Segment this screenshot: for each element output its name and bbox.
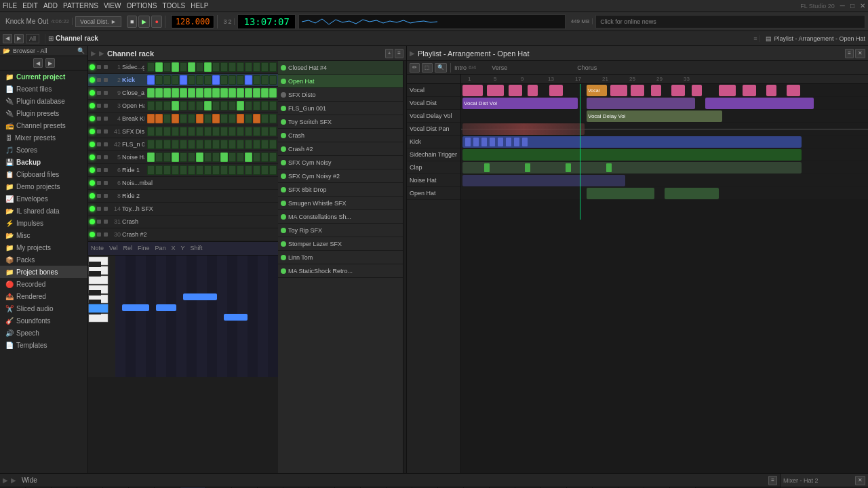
instr-item-sfxdisto[interactable]: SFX Disto	[278, 88, 403, 102]
pl-row-vocaldelay[interactable]: Vocal Delay Vol	[461, 110, 868, 123]
instr-item-maconstell[interactable]: MA Constellations Sh...	[278, 210, 403, 224]
step-pad[interactable]	[237, 140, 244, 149]
step-pad[interactable]	[261, 75, 269, 85]
sidebar-item-speech[interactable]: 🔊 Speech	[0, 327, 87, 339]
step-pad[interactable]	[204, 165, 212, 175]
mute-btn[interactable]	[97, 232, 101, 237]
menu-item-tools[interactable]: TOOLS	[162, 2, 185, 9]
led-green[interactable]	[90, 180, 95, 186]
pl-zoom-tool[interactable]: 🔍	[435, 63, 447, 73]
mute-btn[interactable]	[97, 78, 101, 82]
pl-block-vocal14[interactable]	[766, 85, 776, 96]
pl-block-vocal3[interactable]	[509, 85, 522, 96]
sidebar-item-project-bones[interactable]: 📁 Project bones	[0, 266, 87, 278]
step-pad[interactable]	[212, 75, 220, 85]
mute-btn[interactable]	[97, 181, 101, 185]
piano-note[interactable]	[224, 314, 248, 321]
step-pad[interactable]	[229, 165, 236, 175]
stop-button[interactable]: ■	[127, 16, 137, 28]
cr-ch-name-ride1[interactable]: Ride 1	[122, 167, 144, 174]
pl-track-name-openhat[interactable]: Open Hat	[407, 187, 460, 200]
step-pad[interactable]	[220, 152, 228, 162]
solo-btn[interactable]	[104, 194, 108, 198]
step-pad[interactable]	[261, 165, 269, 175]
led-green[interactable]	[90, 129, 95, 134]
pl-block-openhat[interactable]	[587, 188, 654, 199]
step-pad[interactable]	[172, 114, 179, 123]
instr-item-linntom[interactable]: Linn Tom	[278, 251, 403, 264]
step-pad[interactable]	[212, 88, 220, 98]
step-pad[interactable]	[172, 75, 179, 85]
step-pad[interactable]	[163, 88, 171, 98]
step-pad[interactable]	[212, 101, 220, 110]
step-pad[interactable]	[147, 114, 155, 123]
pl-block-vocal12[interactable]	[719, 85, 736, 96]
step-pad[interactable]	[188, 75, 195, 85]
pl-block-clap[interactable]	[462, 162, 802, 174]
led-green[interactable]	[90, 116, 95, 121]
step-pad[interactable]	[269, 140, 277, 149]
instr-item-sfx8bitdrop[interactable]: SFX 8bit Drop	[278, 183, 403, 197]
maximize-button[interactable]: □	[850, 2, 854, 9]
pl-draw-tool[interactable]: ✏	[410, 63, 420, 73]
step-pad[interactable]	[196, 75, 203, 85]
piano-grid[interactable]	[115, 256, 278, 377]
step-pad[interactable]	[155, 165, 163, 175]
sidebar-item-sliced-audio[interactable]: ✂️ Sliced audio	[0, 302, 87, 314]
mute-btn[interactable]	[97, 220, 101, 224]
step-pad[interactable]	[237, 152, 244, 162]
pl-track-name-vocaldistpan[interactable]: Vocal Dist Pan	[407, 123, 460, 136]
step-pad[interactable]	[269, 165, 277, 175]
step-pad[interactable]	[261, 140, 269, 149]
play-button[interactable]: ▶	[138, 16, 150, 28]
step-pad[interactable]	[269, 62, 277, 72]
mx-menu-button[interactable]: ≡	[768, 476, 777, 485]
step-pad[interactable]	[245, 114, 252, 123]
pl-vocaldistpan-block[interactable]	[462, 123, 585, 135]
step-pad[interactable]	[196, 165, 203, 175]
step-pad[interactable]	[253, 88, 260, 98]
browser-all-label[interactable]: All	[26, 34, 39, 43]
step-pad[interactable]	[204, 152, 212, 162]
step-pad[interactable]	[196, 152, 203, 162]
cr-ch-name-ride2[interactable]: Ride 2	[122, 192, 277, 199]
step-pad[interactable]	[147, 75, 155, 85]
step-pad[interactable]	[172, 152, 179, 162]
led-green[interactable]	[90, 193, 95, 199]
step-pad[interactable]	[147, 88, 155, 98]
step-pad[interactable]	[180, 152, 187, 162]
pl-block-vocaldist2[interactable]	[587, 98, 695, 109]
step-pad[interactable]	[261, 101, 269, 110]
sidebar-item-soundfonts[interactable]: 🎸 Soundfonts	[0, 314, 87, 327]
vocal-dist-selector[interactable]: Vocal Dist. ►	[75, 16, 121, 27]
menu-item-help[interactable]: HELP	[191, 2, 208, 9]
step-pad[interactable]	[261, 62, 269, 72]
record-button[interactable]: ●	[151, 16, 161, 28]
solo-btn[interactable]	[104, 232, 108, 237]
sidebar-search-icon[interactable]: 🔍	[77, 47, 85, 54]
step-pad[interactable]	[163, 165, 171, 175]
step-pad[interactable]	[253, 152, 260, 162]
step-pad[interactable]	[147, 127, 155, 136]
step-pad[interactable]	[196, 114, 203, 123]
step-pad[interactable]	[261, 114, 269, 123]
sidebar-item-channel-presets[interactable]: 📻 Channel presets	[0, 119, 87, 131]
step-pad[interactable]	[163, 114, 171, 123]
mx-collapse-icon[interactable]: ▶	[3, 476, 8, 484]
step-pad[interactable]	[229, 88, 236, 98]
menu-item-patterns[interactable]: PATTERNS	[63, 2, 98, 9]
step-pad[interactable]	[261, 88, 269, 98]
cr-channel-name-openhat[interactable]: Open Hat	[122, 102, 144, 109]
solo-btn[interactable]	[104, 155, 108, 159]
pl-block-vocal8[interactable]	[631, 85, 644, 96]
cr-collapse-icon[interactable]: ▶	[91, 49, 96, 57]
step-pad[interactable]	[204, 75, 212, 85]
led-green[interactable]	[90, 232, 95, 237]
pl-row-vocal[interactable]: Vocal	[461, 84, 868, 97]
sidebar-item-plugin-presets[interactable]: 🔌 Plugin presets	[0, 107, 87, 119]
step-pad[interactable]	[188, 165, 195, 175]
step-pad[interactable]	[269, 75, 277, 85]
step-pad[interactable]	[172, 127, 179, 136]
step-pad[interactable]	[147, 62, 155, 72]
channel-rack-icon[interactable]: ⊞	[48, 35, 54, 42]
